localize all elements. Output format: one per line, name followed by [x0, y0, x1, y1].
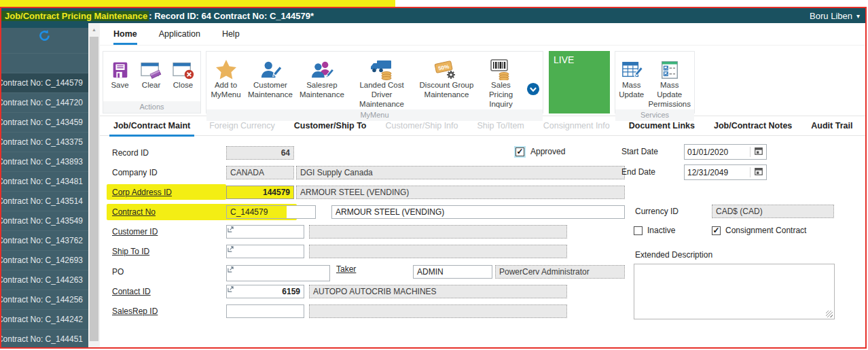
sidebar-item-contract[interactable]: Contract No: C_143481 [0, 171, 88, 191]
sidebar-item-contract[interactable]: Contract No: C_144720 [0, 92, 88, 112]
app-window: Job/Contract Pricing Maintenance : Recor… [0, 0, 868, 350]
sidebar-item-contract[interactable]: Contract No: C_143762 [0, 230, 88, 250]
contact-id-input[interactable]: 6159 [226, 285, 304, 298]
start-date-label: Start Date [621, 145, 658, 158]
scroll-up-arrow-icon[interactable]: ▲ [88, 23, 100, 35]
scrollbar-thumb[interactable] [90, 37, 98, 341]
refresh-icon [37, 29, 52, 46]
user-menu[interactable]: Boru Liben ▾ [810, 11, 867, 21]
corp-address-name-field: ARMOUR STEEL (VENDING) [296, 186, 625, 199]
lookup-link-icon[interactable] [228, 246, 234, 252]
approved-label: Approved [530, 145, 565, 158]
sidebar-item-contract[interactable]: Contract No: C_144263 [0, 270, 88, 290]
sidebar-item-contract[interactable]: Contract No: C_143375 [0, 132, 88, 152]
consignment-contract-label: Consignment Contract [725, 224, 806, 237]
inactive-label: Inactive [647, 224, 675, 237]
customer-name-field [309, 225, 567, 239]
salesrep-name-field [309, 304, 567, 318]
sidebar-header-strip [0, 23, 88, 28]
calendar-icon[interactable] [754, 167, 763, 178]
contract-name-input[interactable]: ARMOUR STEEL (VENDING) [331, 205, 625, 219]
company-name-field: DGI Supply Canada [296, 166, 625, 179]
annotation-highlight-strip [0, 0, 395, 7]
ship-to-name-field [309, 245, 567, 258]
page-title-highlighted: Job/Contract Pricing Maintenance [0, 11, 149, 21]
end-date-input[interactable]: 12/31/2049 [684, 164, 767, 180]
salesrep-id-input[interactable] [226, 304, 304, 318]
consignment-contract-checkbox-row: ✓ Consignment Contract [712, 224, 806, 237]
sidebar-item-contract[interactable]: Contract No: C_143514 [0, 191, 88, 211]
po-label: PO [112, 265, 124, 279]
approved-checkbox-row: ✓ Approved [514, 145, 565, 158]
resize-handle[interactable] [826, 311, 833, 317]
calendar-icon[interactable] [754, 146, 763, 158]
job-contract-form: Record ID 64 ✓ Approved Start Date 01/01… [100, 23, 867, 347]
title-bar: Job/Contract Pricing Maintenance : Recor… [0, 8, 867, 23]
corp-address-id-label[interactable]: Corp Address ID [112, 186, 172, 199]
customer-id-input[interactable] [226, 225, 304, 239]
inactive-checkbox[interactable] [634, 226, 643, 235]
sidebar-item-contract[interactable]: Contract No: C_144579 [0, 73, 88, 92]
lookup-link-icon[interactable] [228, 226, 234, 232]
sidebar-item-contract[interactable]: Contract No: C_143549 [0, 211, 88, 230]
chevron-down-icon: ▾ [856, 12, 860, 20]
sidebar-blank-row [0, 53, 88, 73]
corp-address-id-field[interactable]: 144579 [226, 186, 294, 199]
sidebar-spacer [0, 46, 88, 53]
sidebar-item-contract[interactable]: Contract No: C_142693 [0, 250, 88, 270]
sidebar-item-contract[interactable]: Contract No: C_144451 [0, 329, 88, 347]
approved-checkbox[interactable]: ✓ [514, 146, 526, 158]
contract-no-input[interactable]: C_144579 [226, 205, 316, 219]
ship-to-id-label[interactable]: Ship To ID [112, 245, 149, 258]
contract-no-label[interactable]: Contract No [112, 205, 156, 219]
salesrep-id-label[interactable]: SalesRep ID [112, 304, 158, 318]
start-date-input[interactable]: 01/01/2020 [684, 144, 767, 160]
contact-id-label[interactable]: Contact ID [112, 285, 151, 298]
record-id-field: 64 [226, 146, 294, 160]
sidebar-item-contract[interactable]: Contract No: C_143893 [0, 152, 88, 171]
sidebar-item-contract[interactable]: Contract No: C_144242 [0, 309, 88, 329]
po-input[interactable] [226, 265, 330, 281]
lookup-link-icon[interactable] [228, 286, 234, 292]
company-id-field: CANADA [226, 166, 294, 179]
record-list-sidebar: Contract No: C_144579 Contract No: C_144… [0, 23, 88, 347]
taker-name-field: PowerCerv Administrator [495, 265, 625, 279]
lookup-link-icon[interactable] [228, 266, 234, 273]
contact-name-field: AUTOPO AUTOCRIB MACHINES [309, 285, 567, 298]
record-id-label: Record ID [112, 146, 149, 160]
sidebar-item-contract[interactable]: Contract No: C_144256 [0, 290, 88, 309]
user-name: Boru Liben [810, 11, 852, 21]
sidebar-item-contract[interactable]: Contract No: C_143459 [0, 112, 88, 132]
extended-description-label: Extended Description [635, 248, 712, 262]
page-title-record-info: : Record ID: 64 Contract No: C_144579* [149, 11, 314, 21]
end-date-label: End Date [621, 165, 655, 179]
sidebar-scrollbar[interactable]: ▲ [88, 23, 100, 347]
currency-id-field: CAD$ (CAD) [712, 205, 834, 218]
main-panel: Home Application Help Save [100, 23, 867, 347]
currency-id-label: Currency ID [635, 205, 679, 218]
consignment-contract-checkbox[interactable]: ✓ [712, 226, 721, 235]
extended-description-textarea[interactable] [634, 264, 835, 319]
ship-to-id-input[interactable] [226, 245, 304, 258]
taker-label[interactable]: Taker [336, 262, 356, 276]
sidebar-refresh-button[interactable] [0, 28, 88, 46]
company-id-label: Company ID [112, 166, 158, 179]
taker-input[interactable]: ADMIN [413, 265, 492, 279]
customer-id-label[interactable]: Customer ID [112, 225, 158, 239]
inactive-checkbox-row: Inactive [634, 224, 675, 237]
